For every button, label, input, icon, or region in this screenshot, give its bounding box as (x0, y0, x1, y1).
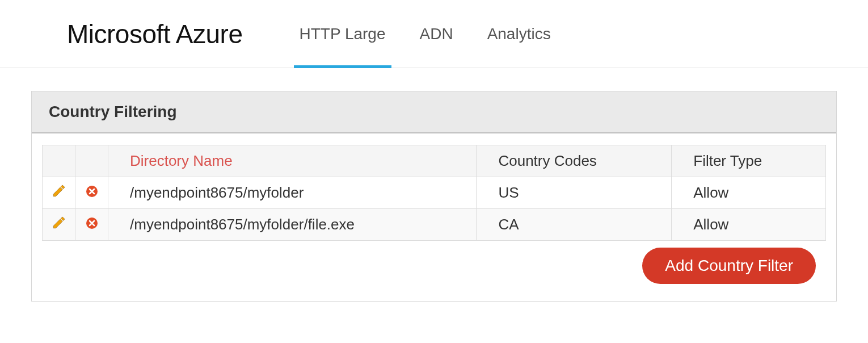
col-country-codes[interactable]: Country Codes (477, 145, 672, 177)
button-row: Add Country Filter (42, 248, 826, 284)
add-country-filter-button[interactable]: Add Country Filter (642, 248, 816, 284)
cell-filter: Allow (672, 177, 826, 209)
edit-icon[interactable] (52, 215, 66, 234)
nav-tabs: HTTP Large ADN Analytics (294, 0, 557, 68)
filters-table: Directory Name Country Codes Filter Type (42, 145, 826, 241)
country-filtering-panel: Country Filtering Directory Name Country… (31, 91, 837, 302)
cell-codes: US (477, 177, 672, 209)
azure-logo: Microsoft Azure (67, 19, 243, 49)
tab-adn[interactable]: ADN (414, 0, 459, 68)
cell-filter: Allow (672, 209, 826, 241)
header: Microsoft Azure HTTP Large ADN Analytics (0, 0, 868, 68)
table-row: /myendpoint8675/myfolder US Allow (43, 177, 826, 209)
edit-icon[interactable] (52, 183, 66, 202)
col-edit (43, 145, 75, 177)
cell-directory: /myendpoint8675/myfolder/file.exe (108, 209, 477, 241)
table-header-row: Directory Name Country Codes Filter Type (43, 145, 826, 177)
delete-icon[interactable] (85, 185, 99, 202)
cell-directory: /myendpoint8675/myfolder (108, 177, 477, 209)
col-filter-type[interactable]: Filter Type (672, 145, 826, 177)
tab-analytics[interactable]: Analytics (482, 0, 557, 68)
cell-codes: CA (477, 209, 672, 241)
tab-http-large[interactable]: HTTP Large (294, 0, 391, 68)
col-directory-name[interactable]: Directory Name (108, 145, 477, 177)
delete-icon[interactable] (85, 216, 99, 234)
col-delete (75, 145, 108, 177)
table-row: /myendpoint8675/myfolder/file.exe CA All… (43, 209, 826, 241)
panel-title: Country Filtering (32, 91, 836, 133)
